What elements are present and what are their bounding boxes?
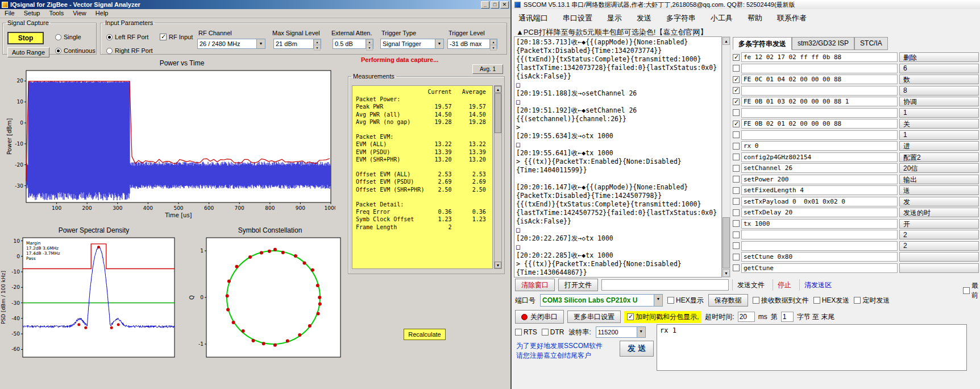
stop-button[interactable]: Stop (7, 32, 44, 44)
hex-display-checkbox[interactable]: HEX显示 (667, 296, 704, 305)
string-checkbox-checked[interactable] (733, 121, 740, 127)
string-checkbox-checked[interactable] (733, 87, 740, 94)
string-send-button[interactable] (899, 252, 979, 262)
string-checkbox[interactable] (733, 143, 740, 150)
string-checkbox[interactable] (733, 131, 740, 138)
continuous-radio[interactable]: Continuous (55, 47, 95, 54)
baud-select[interactable]: 115200 ▼ (596, 326, 646, 338)
string-input[interactable] (741, 208, 898, 217)
scroll-down-icon[interactable]: ▼ (495, 262, 501, 268)
open-file-button[interactable]: 打开文件 (558, 279, 598, 291)
spinner[interactable]: ▲▼ (489, 39, 497, 48)
rts-checkbox[interactable]: RTS (515, 328, 537, 336)
trigger-type-select[interactable]: Signal Trigger ▼ (380, 39, 444, 49)
string-checkbox-checked[interactable] (733, 76, 740, 83)
right-rf-port-radio[interactable]: Right RF Port (106, 47, 153, 54)
string-send-button[interactable] (899, 263, 979, 273)
string-send-button[interactable]: 数 (899, 75, 979, 84)
string-checkbox[interactable] (733, 109, 740, 116)
string-send-button[interactable]: 输出 (899, 175, 979, 184)
log-scrollbar[interactable]: ▲ ▼ (722, 36, 730, 278)
ss-menu-item-1[interactable]: 串口设置 (563, 13, 592, 23)
spin-up-icon[interactable]: ▲ (314, 39, 321, 45)
string-send-button[interactable]: 8 (899, 86, 979, 96)
string-checkbox[interactable] (733, 254, 740, 260)
string-send-button[interactable]: 2 (899, 230, 979, 239)
scroll-thumb[interactable] (495, 93, 501, 133)
spin-down-icon[interactable]: ▼ (314, 45, 321, 51)
clear-window-button[interactable]: 清除窗口 (515, 279, 555, 291)
timestamp-split-checkbox[interactable]: 加时间戳和分包显示, (624, 311, 701, 323)
measurements-scrollbar[interactable]: ▲ ▼ (494, 85, 502, 269)
left-rf-port-radio[interactable]: Left RF Port (106, 34, 148, 40)
string-send-button[interactable]: 删除 (899, 52, 979, 62)
string-input[interactable] (741, 108, 898, 118)
dtr-checkbox[interactable]: DTR (542, 328, 564, 336)
string-input[interactable] (741, 175, 898, 184)
string-input[interactable] (741, 75, 898, 84)
port-select[interactable]: COM3 Silicon Labs CP210x U ▼ (540, 294, 663, 307)
chevron-down-icon[interactable]: ▼ (637, 327, 645, 337)
spin-down-icon[interactable]: ▼ (366, 45, 373, 51)
iq-menu-item-3[interactable]: View (68, 9, 91, 18)
file-path-input[interactable] (601, 279, 729, 291)
rf-channel-select[interactable]: 26 / 2480 MHz ▼ (197, 39, 265, 49)
string-send-button[interactable]: 开 (899, 219, 979, 229)
string-input[interactable] (741, 130, 898, 140)
iq-menu-item-4[interactable]: Help (91, 9, 113, 18)
string-checkbox[interactable] (733, 209, 740, 216)
timed-send-checkbox[interactable]: 定时发送 (854, 296, 890, 305)
promo-link-1[interactable]: 为了更好地发展SSCOM软件 (516, 341, 603, 351)
iq-menu-item-0[interactable]: File (0, 9, 19, 18)
string-send-button[interactable]: 发送的时 (899, 208, 979, 217)
ss-menu-item-6[interactable]: 帮助 (748, 13, 762, 23)
single-radio[interactable]: Single (55, 34, 81, 40)
ss-menu-item-7[interactable]: 联系作者 (777, 13, 807, 23)
string-checkbox[interactable] (733, 231, 740, 238)
string-send-button[interactable]: 20信 (899, 163, 979, 173)
string-input[interactable] (741, 197, 898, 206)
external-atten-input[interactable]: 0.5 dB ▲▼ (333, 39, 373, 49)
string-input[interactable] (741, 64, 898, 73)
recalculate-button[interactable]: Recalculate (404, 329, 446, 340)
iq-menu-item-2[interactable]: Tools (44, 9, 68, 18)
byte-index-input[interactable] (781, 312, 794, 322)
string-checkbox-checked[interactable] (733, 54, 740, 61)
string-send-button[interactable]: 协调 (899, 97, 979, 106)
string-checkbox[interactable] (733, 65, 740, 72)
receive-log-area[interactable]: [20:18:53.713]收←◆{{(appMode)}{None:Enabl… (514, 36, 722, 278)
string-input[interactable] (741, 263, 898, 273)
send-file-button[interactable]: 发送文件 (732, 279, 769, 291)
close-port-button[interactable]: 关闭串口 (515, 310, 564, 324)
string-input[interactable] (741, 141, 898, 151)
string-checkbox[interactable] (733, 264, 740, 271)
scroll-up-icon[interactable]: ▲ (722, 37, 730, 45)
more-serial-settings-button[interactable]: 更多串口设置 (567, 311, 621, 323)
spin-down-icon[interactable]: ▼ (490, 45, 497, 51)
ss-menu-item-0[interactable]: 通讯端口 (518, 13, 548, 23)
rf-input-checkbox[interactable]: RF Input (160, 34, 193, 40)
string-send-button[interactable]: 6 (899, 64, 979, 73)
string-input[interactable] (741, 163, 898, 173)
string-send-button[interactable]: 送 (899, 185, 979, 195)
promo-link-2[interactable]: 请您注册嘉立创结尾客户 (516, 351, 603, 361)
string-checkbox[interactable] (733, 154, 740, 160)
save-data-button[interactable]: 保存数据 (708, 294, 748, 307)
scroll-thumb[interactable] (722, 217, 730, 268)
spinner[interactable]: ▲▼ (366, 39, 373, 48)
spin-up-icon[interactable]: ▲ (490, 39, 497, 45)
iq-menu-item-1[interactable]: Setup (19, 9, 45, 18)
string-send-button[interactable]: 2 (899, 241, 979, 251)
send-input-area[interactable]: rx 1 (657, 324, 967, 371)
ss-menu-item-5[interactable]: 小工具 (711, 13, 733, 23)
string-input[interactable] (741, 119, 898, 129)
trigger-level-input[interactable]: -31 dB max ▲▼ (447, 39, 497, 49)
ss-menu-item-4[interactable]: 多字符串 (666, 13, 696, 23)
tab-stm32-isp[interactable]: stm32/GD32 ISP (792, 37, 854, 50)
string-input[interactable] (741, 241, 898, 251)
chevron-down-icon[interactable]: ▼ (256, 39, 265, 48)
string-checkbox[interactable] (733, 176, 740, 183)
auto-range-button[interactable]: Auto Range (7, 47, 49, 57)
string-send-button[interactable]: 配置2 (899, 152, 979, 162)
timeout-input[interactable] (738, 312, 755, 322)
